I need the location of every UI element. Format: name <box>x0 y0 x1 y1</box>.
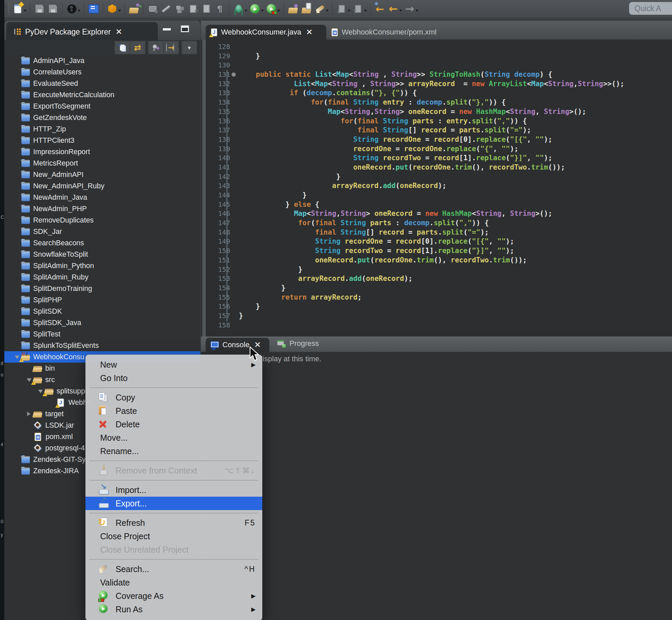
menu-item-close-project[interactable]: Close Project <box>86 529 262 543</box>
open-resource-button[interactable] <box>128 2 140 15</box>
line-number[interactable]: 130 <box>207 61 230 70</box>
quick-access-field[interactable]: Quick A <box>629 2 672 15</box>
knife-tool-button[interactable] <box>160 2 172 15</box>
line-number[interactable]: 135 <box>207 107 230 117</box>
next-annotation-button[interactable] <box>336 2 348 15</box>
run-button[interactable] <box>249 2 261 15</box>
account-button[interactable] <box>66 2 78 15</box>
line-number[interactable]: 138 <box>207 135 230 145</box>
minimize-button[interactable] <box>163 28 171 31</box>
chevron-right-icon[interactable] <box>27 412 33 416</box>
tab-pom-xml[interactable]: WebhookConsumer/pom.xml <box>330 25 437 40</box>
tab-progress[interactable]: Progress <box>277 339 319 348</box>
chevron-down-icon[interactable] <box>15 356 19 361</box>
chevron-down-icon[interactable] <box>38 390 43 396</box>
chevron-down-icon[interactable] <box>27 378 32 384</box>
back-button[interactable] <box>387 2 399 15</box>
link-selection-button[interactable] <box>164 41 179 54</box>
tree-item-splitdemotraining[interactable]: SplitDemoTraining <box>4 283 200 294</box>
line-number[interactable]: 152 <box>207 265 230 274</box>
prev-annotation-button[interactable] <box>352 2 364 15</box>
menu-item-search[interactable]: Search...^H <box>86 562 262 576</box>
save-button[interactable] <box>34 2 46 15</box>
line-number[interactable]: 147 <box>207 218 230 228</box>
search-flashlight-button[interactable] <box>314 2 326 15</box>
save-all-button[interactable] <box>47 2 59 15</box>
tab-webhookconsumer-java[interactable]: WebhookConsumer.java ✕ <box>206 25 326 40</box>
tree-item-executemetriccalculation[interactable]: ExecuteMetricCalculation <box>4 89 200 101</box>
tree-item-httpclient3[interactable]: HTTPClient3 <box>4 135 200 146</box>
toolbar-grip[interactable] <box>6 3 9 14</box>
line-number[interactable]: 155 <box>207 293 230 302</box>
focus-task-button[interactable] <box>148 41 164 54</box>
menu-item-run-as[interactable]: Run As▶ <box>86 603 262 616</box>
tree-item-impressionreport[interactable]: ImpressionReport <box>4 146 200 157</box>
debug-button[interactable] <box>232 2 244 15</box>
tree-item-new-adminapi[interactable]: New_AdminAPI <box>4 169 200 180</box>
tree-item-metricsreport[interactable]: MetricsReport <box>4 157 200 169</box>
menu-item-validate[interactable]: Validate <box>86 576 262 589</box>
open-task-button[interactable] <box>300 2 313 15</box>
line-number[interactable]: 158 <box>207 321 230 330</box>
tree-item-splitadmin-ruby[interactable]: SplitAdmin_Ruby <box>4 271 200 283</box>
line-number[interactable]: 151 <box>207 256 230 265</box>
menu-item-refresh[interactable]: RefreshF5 <box>86 516 262 529</box>
line-number[interactable]: 153 <box>207 274 230 283</box>
line-number[interactable]: 140 <box>207 154 230 163</box>
expand-slot[interactable] <box>24 376 34 383</box>
line-number[interactable]: 143 <box>207 181 230 191</box>
line-number[interactable]: 132 <box>207 80 230 89</box>
menu-item-import[interactable]: Import... <box>86 483 262 497</box>
tree-item-newadmin-php[interactable]: NewAdmin_PHP <box>4 203 200 214</box>
tree-item-snowflaketosplit[interactable]: SnowflakeToSplit <box>4 249 200 260</box>
line-number[interactable]: 139 <box>207 145 230 154</box>
line-number[interactable]: 144 <box>207 191 230 200</box>
maximize-button[interactable] <box>181 25 189 32</box>
line-number[interactable]: 128 <box>207 42 230 52</box>
expand-slot[interactable] <box>24 411 34 417</box>
tree-item-new-adminapi-ruby[interactable]: New_AdminAPI_Ruby <box>4 180 200 192</box>
tree-item-exporttosegment[interactable]: ExportToSegment <box>4 101 200 112</box>
tab-pydev-package-explorer[interactable]: PyDev Package Explorer ✕ <box>6 22 158 42</box>
tree-item-sdk-jar[interactable]: SDK_Jar <box>4 226 200 237</box>
close-icon[interactable]: ✕ <box>306 28 313 37</box>
collapse-all-button[interactable] <box>115 41 130 54</box>
menu-item-paste[interactable]: Paste <box>86 404 262 418</box>
menu-item-coverage-as[interactable]: Coverage As▶ <box>86 589 262 603</box>
doc-grid-button[interactable] <box>200 2 212 15</box>
coverage-button[interactable] <box>265 2 277 15</box>
menu-item-copy[interactable]: Copy <box>86 391 262 404</box>
line-number[interactable]: 129 <box>207 52 230 61</box>
line-number[interactable]: 142 <box>207 172 230 182</box>
remote-console-button[interactable] <box>88 2 100 15</box>
tree-item-newadmin-java[interactable]: NewAdmin_Java <box>4 192 200 203</box>
new-wizard-button[interactable] <box>12 2 24 15</box>
open-type-button[interactable] <box>287 2 299 15</box>
tree-item-evaluateseed[interactable]: EvaluateSeed <box>4 78 200 89</box>
tree-item-searchbeacons[interactable]: SearchBeacons <box>4 237 200 249</box>
line-number[interactable]: 137 <box>207 126 230 135</box>
tree-item-splitphp[interactable]: SplitPHP <box>4 294 200 306</box>
line-number[interactable]: 157 <box>207 311 230 321</box>
expand-slot[interactable] <box>36 388 45 395</box>
line-number[interactable]: 134 <box>207 98 230 107</box>
stamp-tool-button[interactable] <box>147 2 159 15</box>
doc-redirect-button[interactable] <box>187 2 199 15</box>
code-editor[interactable]: 128129 }130131 public static List<Map<St… <box>207 42 672 337</box>
annotation-ruler[interactable] <box>202 40 206 337</box>
last-edit-location-button[interactable] <box>374 2 386 15</box>
view-menu-button[interactable] <box>181 41 197 54</box>
menu-item-rename[interactable]: Rename... <box>86 445 262 458</box>
fold-marker-icon[interactable] <box>231 72 236 77</box>
line-number[interactable]: 141 <box>207 163 230 172</box>
line-number[interactable]: 156 <box>207 302 230 311</box>
menu-item-move[interactable]: Move... <box>86 431 262 445</box>
tree-item-splitsdk-java[interactable]: SplitSDK_Java <box>4 317 200 328</box>
tree-item-getzendeskvote[interactable]: GetZendeskVote <box>4 112 200 123</box>
tree-item-splitadmin-python[interactable]: SplitAdmin_Python <box>4 260 200 271</box>
tree-item-http-zip[interactable]: HTTP_Zip <box>4 123 200 135</box>
line-number[interactable]: 148 <box>207 228 230 237</box>
packages-tool-button[interactable] <box>173 2 185 15</box>
line-number[interactable]: 131 <box>207 70 230 80</box>
forward-button[interactable] <box>404 2 416 15</box>
